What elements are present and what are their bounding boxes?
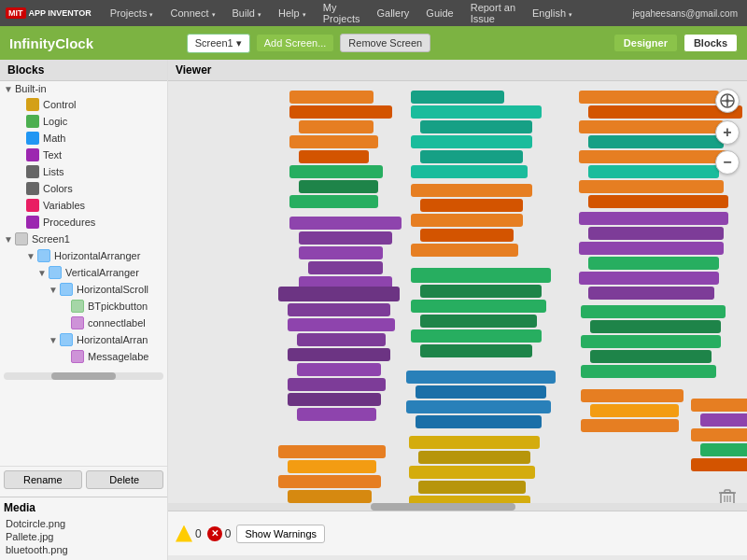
nav-build[interactable]: Build ▾ [225,5,270,21]
canvas-area[interactable]: + − [168,81,747,555]
add-screen-button[interactable]: Add Screen... [256,34,335,52]
tree-horarr[interactable]: ▼ HorizontalArranger [22,247,167,264]
tree-scroll[interactable]: ▼ Built-in Control Logic Math [0,81,167,466]
svg-rect-75 [581,305,726,318]
svg-rect-24 [288,318,395,331]
svg-rect-27 [297,363,381,376]
nav-help[interactable]: Help ▾ [271,5,314,21]
viewer-hscrollbar[interactable] [168,503,747,511]
blocks-button[interactable]: Blocks [684,34,738,52]
horarr2-toggle[interactable]: ▼ [49,335,60,345]
nav-my-projects[interactable]: MyProjects [316,0,368,27]
tree-builtin[interactable]: ▼ Built-in [0,81,167,96]
tree-btpick[interactable]: BTpickbutton [56,298,167,315]
tree-connlabel[interactable]: connectlabel [56,315,167,331]
svg-rect-74 [588,287,714,300]
svg-rect-63 [579,120,724,133]
svg-rect-36 [411,105,542,119]
svg-rect-65 [579,150,728,163]
svg-rect-18 [299,231,392,245]
nav-user-email[interactable]: jegaheesans@gmail.com [629,6,741,21]
tree-vertarr[interactable]: ▼ VerticalArranger [34,264,167,281]
rename-delete-row: Rename Delete [4,470,163,489]
sidebar: Blocks ▼ Built-in Control Logic [0,60,168,560]
compass-icon [720,93,735,108]
block-group-6 [411,91,542,178]
tree-variables[interactable]: Variables [11,197,167,214]
media-item-dotcircle[interactable]: Dotcircle.png [4,517,163,530]
btpick-label: BTpickbutton [88,301,148,312]
svg-rect-28 [288,378,386,391]
tree-procedures[interactable]: Procedures [11,214,167,231]
block-group-5 [278,445,386,503]
tree-lists[interactable]: Lists [11,163,167,180]
warning-icon [176,525,192,542]
builtin-label: Built-in [15,83,47,94]
zoom-in-button[interactable]: + [715,120,740,145]
nav-connect[interactable]: Connect ▾ [162,5,222,21]
blocks-section-label: Blocks [0,60,167,81]
svg-rect-16 [289,195,378,208]
vertarr-icon [49,266,62,279]
viewer-hscrollbar-thumb[interactable] [371,503,515,511]
svg-rect-67 [579,180,724,193]
horscroll-toggle[interactable]: ▼ [49,285,60,295]
tree-logic[interactable]: Logic [11,113,167,130]
svg-rect-57 [418,451,530,464]
tree-colors[interactable]: Colors [11,180,167,197]
sidebar-scrollbar[interactable] [4,372,163,380]
svg-rect-14 [289,165,383,178]
show-warnings-button[interactable]: Show Warnings [236,525,325,543]
horarr-toggle[interactable]: ▼ [26,251,37,261]
tree-horarr2[interactable]: ▼ HorizontalArran [45,331,167,348]
svg-rect-50 [411,329,542,343]
rename-button[interactable]: Rename [4,470,82,489]
svg-rect-68 [588,195,728,208]
block-group-12 [579,212,728,300]
block-group-4 [278,287,400,421]
svg-rect-64 [588,135,724,148]
compass-button[interactable] [715,89,740,113]
designer-button[interactable]: Designer [613,34,678,52]
svg-rect-11 [299,120,374,133]
svg-rect-31 [278,445,386,458]
tree-control[interactable]: Control [11,96,167,113]
viewer-panel: Viewer [168,60,747,560]
svg-rect-33 [278,475,381,488]
svg-rect-20 [308,261,383,274]
nav-english[interactable]: English ▾ [525,5,580,21]
media-item-bluetooth[interactable]: bluetooth.png [4,543,163,556]
text-icon [26,148,39,161]
media-item-pallete[interactable]: Pallete.jpg [4,530,163,543]
screen1-icon [15,232,28,245]
tree-screen1[interactable]: ▼ Screen1 [0,231,167,247]
svg-rect-100 [725,490,730,493]
svg-rect-47 [420,285,542,298]
block-group-9 [406,371,556,428]
svg-rect-42 [420,199,523,212]
control-icon [26,98,39,111]
block-group-1 [289,91,392,163]
tree-math[interactable]: Math [11,130,167,147]
main-area: Blocks ▼ Built-in Control Logic [0,60,747,560]
nav-guide[interactable]: Guide [418,5,460,21]
media-label: Media [4,501,163,514]
builtin-toggle[interactable]: ▼ [4,84,15,94]
tree-msglabel[interactable]: Messagelabe [56,348,167,365]
btpick-icon [71,300,84,313]
tree-text[interactable]: Text [11,147,167,163]
vertarr-toggle[interactable]: ▼ [37,268,49,278]
screen1-toggle[interactable]: ▼ [4,234,15,245]
delete-button[interactable]: Delete [86,470,164,489]
zoom-out-button[interactable]: − [715,150,740,175]
horarr2-icon [60,333,73,346]
tree-horscroll[interactable]: ▼ HorizontalScroll [45,281,167,298]
svg-rect-78 [590,350,712,363]
svg-rect-40 [411,165,528,178]
remove-screen-button[interactable]: Remove Screen [340,34,430,52]
screen1-button[interactable]: Screen1 ▾ [187,34,250,53]
nav-report[interactable]: Report anIssue [463,0,523,27]
nav-gallery[interactable]: Gallery [369,5,416,21]
media-section: Media Dotcircle.png Pallete.jpg bluetoot… [0,497,167,560]
nav-projects[interactable]: Projects ▾ [103,5,162,21]
